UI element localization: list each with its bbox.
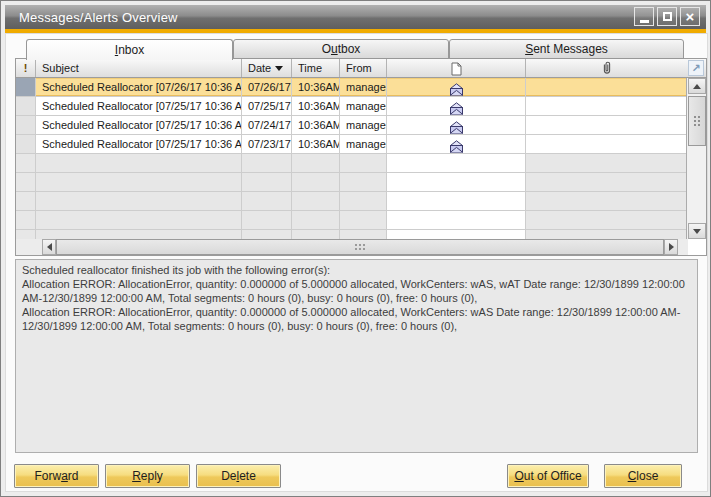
cell-date[interactable] [242, 192, 292, 211]
cell-from[interactable]: manager [340, 135, 387, 154]
column-header-priority[interactable]: ! [16, 59, 36, 77]
cell-attachment[interactable] [526, 97, 688, 116]
table-row[interactable]: Scheduled Reallocator [07/25/17 10:36 AM… [16, 97, 688, 116]
cell-date[interactable] [242, 173, 292, 192]
close-button[interactable]: × [680, 7, 700, 26]
cell-mail-status[interactable] [387, 78, 526, 97]
maximize-button[interactable] [657, 7, 677, 26]
cell-from[interactable] [340, 173, 387, 192]
minimize-button[interactable] [634, 7, 654, 26]
table-row[interactable]: Scheduled Reallocator [07/25/17 10:36 AM… [16, 116, 688, 135]
cell-subject[interactable] [36, 192, 242, 211]
out-of-office-button[interactable]: Out of Office [507, 464, 589, 488]
column-header-document[interactable] [387, 59, 526, 77]
cell-attachment[interactable] [526, 116, 688, 135]
cell-date[interactable]: 07/23/17 [242, 135, 292, 154]
empty-table-row[interactable] [16, 173, 688, 192]
cell-subject[interactable] [36, 230, 242, 239]
cell-mail-status[interactable] [387, 135, 526, 154]
column-header-from[interactable]: From [340, 59, 387, 77]
cell-attachment[interactable] [526, 154, 688, 173]
row-selector[interactable] [16, 97, 36, 116]
cell-subject[interactable]: Scheduled Reallocator [07/25/17 10:36 AM… [36, 116, 242, 135]
cell-date[interactable] [242, 211, 292, 230]
cell-attachment[interactable] [526, 135, 688, 154]
cell-from[interactable] [340, 154, 387, 173]
cell-time[interactable] [292, 192, 340, 211]
cell-mail-status[interactable] [387, 230, 526, 239]
titlebar[interactable]: Messages/Alerts Overview × [5, 5, 706, 29]
cell-subject[interactable]: Scheduled Reallocator [07/26/17 10:36 AM… [36, 78, 242, 97]
cell-mail-status[interactable] [387, 116, 526, 135]
cell-date[interactable] [242, 230, 292, 239]
cell-mail-status[interactable] [387, 173, 526, 192]
empty-table-row[interactable] [16, 192, 688, 211]
row-selector[interactable] [16, 154, 36, 173]
reply-button[interactable]: Reply [105, 464, 190, 488]
column-header-subject[interactable]: Subject [36, 59, 242, 77]
cell-mail-status[interactable] [387, 97, 526, 116]
cell-subject[interactable] [36, 211, 242, 230]
column-header-time[interactable]: Time [292, 59, 340, 77]
row-selector[interactable] [16, 211, 36, 230]
row-selector[interactable] [16, 78, 36, 97]
scroll-left-button[interactable] [42, 239, 56, 255]
cell-attachment[interactable] [526, 211, 688, 230]
cell-date[interactable]: 07/24/17 [242, 116, 292, 135]
table-row[interactable]: Scheduled Reallocator [07/25/17 10:36 AM… [16, 135, 688, 154]
row-selector[interactable] [16, 173, 36, 192]
horizontal-scrollbar[interactable] [16, 239, 688, 255]
cell-subject[interactable]: Scheduled Reallocator [07/25/17 10:36 AM… [36, 135, 242, 154]
sort-descending-icon[interactable] [275, 66, 283, 71]
cell-mail-status[interactable] [387, 192, 526, 211]
empty-table-row[interactable] [16, 211, 688, 230]
row-selector[interactable] [16, 116, 36, 135]
cell-subject[interactable] [36, 173, 242, 192]
cell-subject[interactable] [36, 154, 242, 173]
horizontal-scroll-thumb[interactable] [56, 239, 664, 255]
column-header-date[interactable]: Date [242, 59, 292, 77]
cell-mail-status[interactable] [387, 211, 526, 230]
cell-mail-status[interactable] [387, 154, 526, 173]
row-selector[interactable] [16, 230, 36, 239]
vertical-scroll-thumb[interactable] [688, 96, 706, 146]
tab-outbox[interactable]: Outbox [233, 39, 449, 59]
cell-from[interactable] [340, 211, 387, 230]
column-header-attachment[interactable] [526, 59, 688, 77]
scroll-up-button[interactable] [688, 78, 706, 94]
cell-date[interactable]: 07/26/17 [242, 78, 292, 97]
tab-inbox[interactable]: Inbox [26, 39, 233, 60]
expand-arrow-icon[interactable]: ↗ [688, 60, 704, 76]
cell-time[interactable] [292, 230, 340, 239]
tab-sent-messages[interactable]: Sent Messages [449, 39, 684, 59]
cell-from[interactable] [340, 230, 387, 239]
vertical-scrollbar[interactable] [686, 78, 706, 239]
cell-time[interactable] [292, 211, 340, 230]
scroll-right-button[interactable] [664, 239, 678, 255]
cell-date[interactable] [242, 154, 292, 173]
forward-button[interactable]: Forward [14, 464, 99, 488]
cell-from[interactable]: manager [340, 97, 387, 116]
cell-time[interactable]: 10:36AM [292, 78, 340, 97]
empty-table-row[interactable] [16, 154, 688, 173]
cell-time[interactable]: 10:36AM [292, 116, 340, 135]
cell-time[interactable] [292, 154, 340, 173]
cell-time[interactable]: 10:36AM [292, 97, 340, 116]
cell-from[interactable] [340, 192, 387, 211]
cell-from[interactable]: manager [340, 116, 387, 135]
row-selector[interactable] [16, 135, 36, 154]
empty-table-row[interactable] [16, 230, 688, 239]
table-row[interactable]: Scheduled Reallocator [07/26/17 10:36 AM… [16, 78, 688, 97]
cell-subject[interactable]: Scheduled Reallocator [07/25/17 10:36 AM… [36, 97, 242, 116]
cell-attachment[interactable] [526, 230, 688, 239]
cell-attachment[interactable] [526, 192, 688, 211]
delete-button[interactable]: Delete [196, 464, 281, 488]
cell-attachment[interactable] [526, 78, 688, 97]
close-action-button[interactable]: Close [604, 464, 682, 488]
cell-time[interactable] [292, 173, 340, 192]
cell-date[interactable]: 07/25/17 [242, 97, 292, 116]
cell-time[interactable]: 10:36AM [292, 135, 340, 154]
cell-attachment[interactable] [526, 173, 688, 192]
scroll-down-button[interactable] [688, 223, 706, 239]
cell-from[interactable]: manager [340, 78, 387, 97]
